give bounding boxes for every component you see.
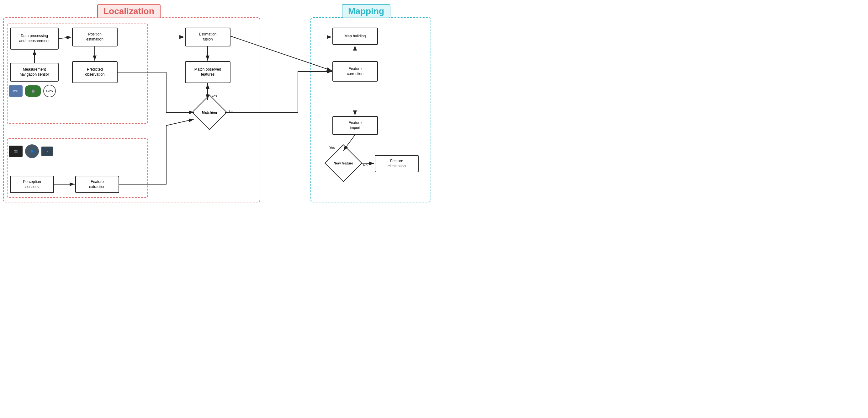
feature-elimination-box: Featureelimination — [375, 155, 418, 172]
perception-sensor-icons: 📷 🔵 ▪ — [9, 144, 53, 158]
map-building-box: Map building — [332, 28, 378, 45]
robot-icon: 🤖 — [25, 85, 41, 97]
match-observed-box: Match observedfeatures — [185, 61, 230, 83]
matching-diamond: Matching — [194, 100, 225, 125]
new-feature-diamond: New feature — [326, 151, 361, 176]
nav-sensor-icons: IMU 🤖 GPS — [9, 85, 56, 97]
diagram-container: Localization Mapping Data processingand … — [0, 0, 434, 209]
feature-correction-box: Featurecorrection — [332, 61, 378, 82]
data-processing-box: Data processingand measurement — [10, 28, 59, 50]
predicted-observation-box: Predictedobservation — [72, 61, 118, 83]
feature-import-box: Featureimport — [332, 116, 378, 135]
feature-extraction-box: Featureextraction — [75, 176, 119, 193]
mapping-title: Mapping — [342, 4, 391, 18]
imu2-icon: ▪ — [41, 147, 53, 156]
imu-icon: IMU — [9, 85, 23, 97]
camera-icon: 📷 — [9, 146, 23, 157]
perception-sensors-box: Perceptionsensors — [10, 176, 54, 193]
lidar-icon: 🔵 — [25, 144, 39, 158]
localization-title: Localization — [97, 4, 160, 18]
measurement-nav-box: Measurementnavigation sensor — [10, 63, 59, 82]
estimation-fusion-box: Estimationfusion — [185, 28, 230, 47]
gps-icon: GPS — [43, 85, 56, 97]
position-estimation-box: Positionestimation — [72, 28, 118, 47]
